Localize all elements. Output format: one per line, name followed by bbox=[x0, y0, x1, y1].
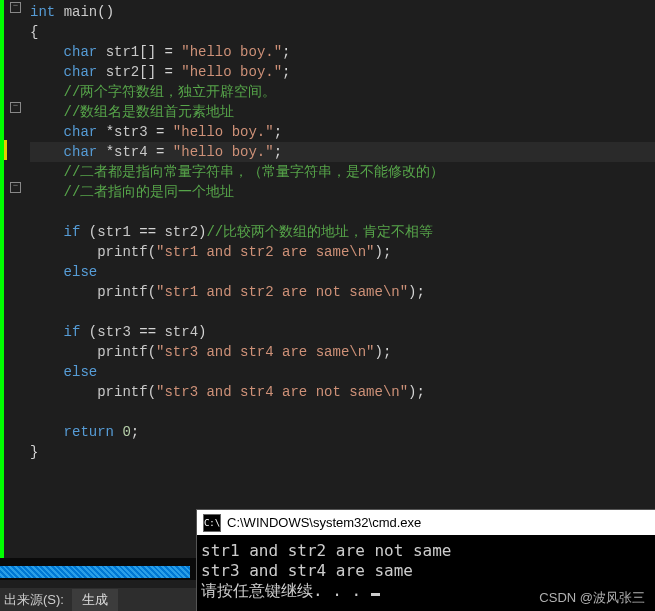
fn-main: main bbox=[64, 4, 98, 20]
fold-icon[interactable]: − bbox=[10, 102, 21, 113]
fold-icon[interactable]: − bbox=[10, 2, 21, 13]
code-editor[interactable]: − − − int main() { char str1[] = "hello … bbox=[0, 0, 655, 558]
comment: //两个字符数组，独立开辟空间。 bbox=[64, 84, 277, 100]
progress-strip bbox=[0, 566, 190, 578]
gutter: − − − bbox=[0, 0, 26, 558]
code-area[interactable]: int main() { char str1[] = "hello boy.";… bbox=[26, 0, 655, 558]
watermark: CSDN @波风张三 bbox=[539, 589, 645, 607]
comment: //二者指向的是同一个地址 bbox=[64, 184, 235, 200]
output-source-select[interactable]: 生成 bbox=[72, 589, 118, 611]
console-title-text: C:\WINDOWS\system32\cmd.exe bbox=[227, 515, 421, 530]
fold-icon[interactable]: − bbox=[10, 182, 21, 193]
comment: //比较两个数组的地址，肯定不相等 bbox=[206, 224, 433, 240]
comment: //二者都是指向常量字符串，（常量字符串，是不能修改的） bbox=[64, 164, 445, 180]
console-title-bar[interactable]: C:\ C:\WINDOWS\system32\cmd.exe bbox=[197, 510, 655, 535]
keyword-int: int bbox=[30, 4, 55, 20]
cmd-icon: C:\ bbox=[203, 514, 221, 532]
output-source-label: 出来源(S): bbox=[0, 591, 64, 609]
current-line-marker bbox=[4, 140, 7, 160]
comment: //数组名是数组首元素地址 bbox=[64, 104, 235, 120]
cursor-icon bbox=[371, 593, 380, 596]
